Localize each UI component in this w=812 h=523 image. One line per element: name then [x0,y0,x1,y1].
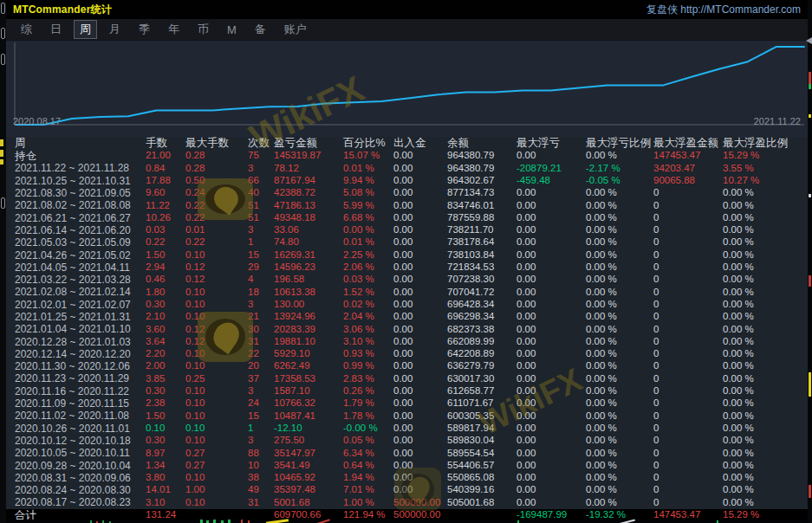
table-cell: 0.30 [143,386,183,397]
table-cell: 0.00 [391,213,445,223]
edge-button-icon [1,3,5,14]
table-cell: 0.00 [391,485,445,495]
table-cell: 589817.94 [445,423,514,434]
table-row: 2020.09.28 ~ 2020.10.041.340.27103541.49… [6,459,808,471]
table-cell: 131.24 [143,510,183,520]
table-cell: 30 [245,325,271,335]
header-cell: 百分比% [341,138,391,149]
table-cell: 15.29 % [720,510,808,520]
table-cell: 0 [651,398,720,409]
menu-item-4[interactable]: 季 [133,20,156,39]
menu-item-3[interactable]: 月 [103,20,127,39]
table-cell: 1.78 % [341,411,391,422]
table-header-row: 周手数最大手数次数盈亏金额百分比%出入金余额最大浮亏最大浮亏比例最大浮盈金额最大… [6,137,808,150]
table-cell: 2.83 % [341,374,391,384]
table-cell: 0.00 [514,312,583,322]
table-cell: 0.00 [514,423,583,434]
table-cell: 0.26 % [341,386,391,397]
table-cell: 500000.00 [391,510,445,520]
table-cell: 2021.02.01 ~ 2021.02.07 [6,300,143,310]
table-cell: 1.50 [143,411,183,422]
header-cell: 盈亏金额 [271,138,341,149]
table-cell: 877134.73 [445,188,514,198]
table-cell: 0.00 % [720,237,808,248]
table-cell: 600305.35 [445,411,514,422]
table-cell: 964380.79 [445,164,514,174]
table-cell: 540399.16 [445,485,514,495]
table-cell: 2021.02.08 ~ 2021.02.14 [6,287,143,297]
table-cell: 17.88 [143,176,183,186]
table-cell: 1.80 [143,287,183,298]
table-cell: 15 [245,250,271,261]
menu-item-5[interactable]: 年 [162,20,185,39]
menu-item-8[interactable]: 备 [249,20,272,39]
table-cell: 834746.01 [445,201,514,211]
table-cell: 0.00 % [720,325,808,335]
chart-artifact [315,519,330,523]
table-cell: 10487.41 [271,411,341,422]
table-cell: 0.00 [391,225,445,236]
brand-link[interactable]: 复盘侠 http://MTCommander.com [646,3,801,17]
table-cell: 2020.11.23 ~ 2020.11.29 [6,373,143,384]
table-cell: 0.00 [391,176,445,186]
table-cell: 500000.00 [391,498,445,508]
table-cell: 0.00 % [583,237,651,248]
table-cell: 0.00 [514,325,583,335]
table-cell: 0.00 % [720,498,808,508]
table-cell: 5.99 % [341,201,391,211]
table-cell: 0.00 [391,188,445,198]
table-cell: 0.00 % [720,423,808,434]
table-cell: 10465.92 [271,473,341,483]
table-cell: 0.00 % [583,262,651,273]
table-cell: 2020.10.12 ~ 2020.10.18 [6,436,143,446]
table-cell: 0.00 % [583,423,651,434]
menu-item-1[interactable]: 日 [44,20,68,39]
table-cell: -19.32 % [583,510,651,520]
table-cell: 0.00 [391,262,445,273]
table-cell: 51 [245,201,271,211]
header-cell: 余额 [445,138,514,149]
chart-artifact [200,520,203,523]
table-cell: 2020.08.24 ~ 2020.08.30 [6,485,143,495]
table-cell: 33.06 [271,225,341,236]
table-cell: 0.00 % [720,287,808,298]
table-cell: 15 [245,411,271,422]
table-cell: 2.94 [143,262,183,273]
table-cell: 0 [651,312,720,322]
edge-artifact [809,485,811,498]
table-cell: 0.00 [391,237,445,248]
table-cell: 0.27 [183,449,245,459]
table-cell: 3 [245,300,271,310]
menu-item-0[interactable]: 综 [15,20,38,39]
table-cell: 0.01 % [341,237,391,248]
table-cell: 15.07 % [341,151,391,161]
table-cell: 7.01 % [341,485,391,495]
table-cell: 2.06 % [341,262,391,273]
table-cell: 0.00 % [720,386,808,397]
table-cell: 0.00 [391,436,445,446]
table-cell: 2021.10.25 ~ 2021.10.31 [6,176,143,186]
table-cell: 0 [651,349,720,359]
table-cell: 2021.05.03 ~ 2021.05.09 [6,237,143,248]
table-cell: 3541.49 [271,461,341,471]
header-cell: 最大浮亏 [514,138,583,149]
table-cell: 0.00 % [583,300,651,310]
table-cell: 589554.54 [445,449,514,459]
table-row: 2020.12.14 ~ 2020.12.202.200.10225929.10… [6,348,808,360]
table-cell: 0.00 % [583,473,651,483]
table-cell: 196.58 [271,274,341,285]
table-cell: 2020.08.17 ~ 2020.08.23 [6,497,143,507]
table-cell: 0 [651,423,720,434]
menu-item-9[interactable]: 账户 [278,20,313,39]
table-cell: 42388.72 [271,188,341,198]
table-cell: 31 [245,498,271,508]
menu-item-2[interactable]: 周 [74,20,97,39]
menu-item-6[interactable]: 币 [192,20,215,39]
menu-item-7[interactable]: M [221,22,243,38]
edge-button-icon [1,28,5,39]
table-row: 2020.11.16 ~ 2020.11.220.300.1031587.100… [6,385,808,397]
table-row: 2020.11.02 ~ 2020.11.081.500.101510487.4… [6,410,808,422]
chart-artifact [228,520,231,523]
table-cell: 2.10 [143,312,183,322]
table-cell: 35397.48 [271,485,341,495]
